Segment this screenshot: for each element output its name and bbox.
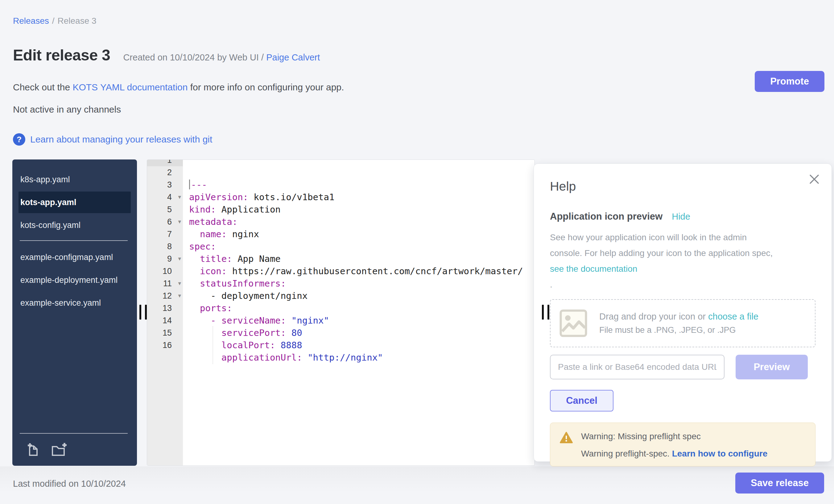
git-help-row[interactable]: ? Learn about managing your releases wit… (13, 133, 212, 146)
dropzone-instruction: Drag and drop your icon or choose a file (599, 311, 759, 322)
gutter-line: 9▾ (147, 253, 183, 265)
breadcrumb-separator: / (52, 16, 54, 26)
gutter-line: 11▾ (147, 277, 183, 290)
promote-button[interactable]: Promote (755, 71, 825, 92)
choose-file-link[interactable]: choose a file (708, 311, 759, 322)
git-releases-link[interactable]: Learn about managing your releases with … (30, 134, 212, 145)
file-item[interactable]: example-deployment.yaml (19, 269, 131, 291)
warning-banner: Warning: Missing preflight spec Warning … (550, 422, 815, 466)
file-item[interactable]: example-service.yaml (19, 292, 131, 314)
code-line[interactable]: applicationUrl: "http://nginx" (189, 351, 534, 364)
dropzone-filetypes: File must be a .PNG, .JPEG, or .JPG (599, 325, 759, 335)
code-line[interactable]: ports: (189, 302, 534, 314)
description-line: See how your application icon will look … (550, 229, 815, 245)
breadcrumb: Releases/Release 3 (13, 16, 96, 26)
code-line[interactable]: - deployment/nginx (189, 290, 534, 302)
icon-preview-title: Application icon preview (550, 211, 662, 222)
gutter-line: 1 (147, 159, 183, 166)
docs-prefix: Check out the (13, 82, 72, 92)
icon-url-input[interactable] (550, 355, 725, 379)
code-line[interactable]: title: App Name (189, 253, 534, 265)
new-file-icon[interactable] (25, 442, 40, 457)
page-title: Edit release 3 (13, 46, 110, 64)
gutter-line: 2 (147, 166, 183, 179)
sidebar-resize-handle[interactable] (139, 305, 147, 320)
code-line[interactable]: spec: (189, 240, 534, 253)
help-resize-handle[interactable] (542, 305, 549, 320)
code-lines: ---apiVersion: kots.io/v1beta1kind: Appl… (189, 179, 534, 376)
kots-yaml-docs-link[interactable]: KOTS YAML documentation (72, 82, 188, 92)
gutter-line: 10 (147, 265, 183, 277)
preview-button[interactable]: Preview (736, 355, 808, 379)
file-item[interactable]: example-configmap.yaml (19, 246, 131, 268)
gutter-line: 4▾ (147, 191, 183, 203)
new-folder-icon[interactable] (50, 442, 67, 457)
last-modified-text: Last modified on 10/10/2024 (13, 479, 126, 489)
dropzone-text: Drag and drop your icon or (599, 311, 708, 322)
gutter-line: 7 (147, 228, 183, 240)
help-title: Help (550, 179, 815, 194)
fold-arrow-icon[interactable]: ▾ (178, 290, 181, 302)
question-circle-icon: ? (13, 133, 25, 146)
code-line[interactable]: metadata: (189, 216, 534, 228)
indent-guide (213, 351, 213, 364)
docs-sentence: Check out the KOTS YAML documentation fo… (13, 82, 344, 92)
code-line[interactable]: servicePort: 80 (189, 327, 534, 339)
editor-code-area[interactable]: ---apiVersion: kots.io/v1beta1kind: Appl… (183, 160, 534, 465)
file-list-bottom: example-configmap.yamlexample-deployment… (12, 246, 137, 314)
fold-arrow-icon[interactable]: ▾ (178, 253, 181, 265)
gutter-line: 6▾ (147, 216, 183, 228)
see-documentation-link[interactable]: see the documentation (550, 264, 637, 273)
description-line: see the documentation. (550, 261, 815, 292)
file-item[interactable]: kots-config.yaml (19, 214, 131, 236)
learn-configure-link[interactable]: Learn how to configure (672, 449, 768, 458)
warning-detail: Warning preflight-spec. Learn how to con… (581, 449, 767, 459)
fold-arrow-icon[interactable]: ▾ (178, 277, 181, 290)
gutter-line: 16 (147, 339, 183, 351)
code-line[interactable]: name: nginx (189, 228, 534, 240)
created-info: Created on 10/10/2024 by Web UI / Paige … (123, 52, 320, 63)
file-sidebar: k8s-app.yamlkots-app.yamlkots-config.yam… (12, 159, 137, 466)
code-line[interactable]: --- (189, 179, 534, 191)
gutter-line: 15 (147, 327, 183, 339)
warning-detail-text: Warning preflight-spec. (581, 449, 672, 458)
code-line[interactable] (189, 364, 534, 376)
breadcrumb-current: Release 3 (58, 16, 96, 26)
file-item[interactable]: k8s-app.yaml (19, 169, 131, 190)
close-icon[interactable] (808, 173, 820, 187)
file-list-divider (20, 240, 128, 241)
editor-gutter: 1234▾56▾789▾1011▾12▾13141516 (147, 160, 183, 465)
code-line[interactable]: - serviceName: "nginx" (189, 314, 534, 327)
gutter-line: 8 (147, 240, 183, 253)
fold-arrow-icon[interactable]: ▾ (178, 191, 181, 203)
gutter-line: 14 (147, 314, 183, 327)
code-line[interactable]: kind: Application (189, 203, 534, 216)
created-text: Created on 10/10/2024 by Web UI / (123, 52, 266, 62)
save-release-button[interactable]: Save release (735, 473, 824, 494)
code-line[interactable]: icon: https://raw.githubusercontent.com/… (189, 265, 534, 277)
text-cursor (189, 179, 190, 190)
code-line[interactable]: apiVersion: kots.io/v1beta1 (189, 191, 534, 203)
cancel-button[interactable]: Cancel (550, 390, 613, 412)
sidebar-actions (12, 433, 137, 466)
file-item[interactable]: kots-app.yaml (19, 192, 131, 213)
description-line: console. For help adding your icon to th… (550, 245, 815, 261)
gutter-line: 3 (147, 179, 183, 191)
hide-link[interactable]: Hide (672, 212, 690, 222)
icon-dropzone[interactable]: Drag and drop your icon or choose a file… (550, 299, 815, 347)
breadcrumb-releases-link[interactable]: Releases (13, 16, 49, 26)
warning-text: Warning: Missing preflight spec (581, 432, 767, 441)
indent-guide (213, 339, 213, 352)
code-line[interactable]: localPort: 8888 (189, 339, 534, 351)
code-line[interactable]: statusInformers: (189, 277, 534, 290)
channel-status: Not active in any channels (13, 104, 121, 115)
author-link[interactable]: Paige Calvert (266, 52, 320, 62)
yaml-editor[interactable]: 1234▾56▾789▾1011▾12▾13141516 ---apiVersi… (147, 159, 535, 466)
gutter-lines: 1234▾56▾789▾1011▾12▾13141516 (147, 159, 183, 351)
fold-arrow-icon[interactable]: ▾ (178, 216, 181, 228)
warning-icon (559, 432, 573, 444)
file-list-top: k8s-app.yamlkots-app.yamlkots-config.yam… (12, 159, 137, 236)
gutter-line: 12▾ (147, 290, 183, 302)
image-placeholder-icon (559, 309, 588, 337)
gutter-line: 13 (147, 302, 183, 314)
